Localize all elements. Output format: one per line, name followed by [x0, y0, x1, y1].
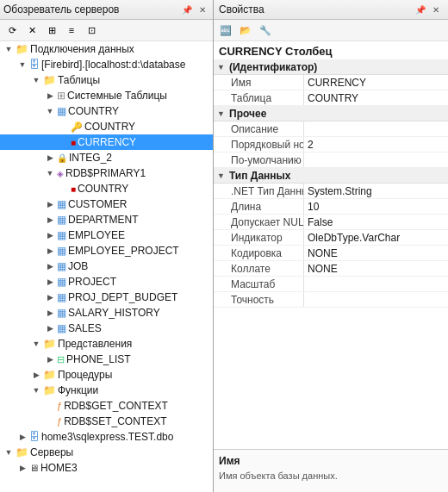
prop-desc-title: Имя — [219, 455, 443, 467]
prop-row-name: Имя — [214, 75, 304, 90]
prop-row-value: 10 — [304, 199, 448, 214]
refresh-button[interactable]: ⟳ — [3, 22, 21, 39]
tree-container[interactable]: ▼📁Подключения данных▼🗄[Firebird].[localh… — [0, 41, 213, 492]
prop-row-name: Масштаб — [214, 277, 304, 291]
prop-row[interactable]: .NET Тип ДанныхSystem.String — [214, 184, 448, 199]
tree-item-label: Таблицы — [56, 74, 100, 86]
prop-row-value: OleDbType.VarChar — [304, 230, 448, 245]
tree-item-integ2[interactable]: ▶🔒INTEG_2 — [0, 150, 213, 165]
tree-item-label: JOB — [66, 260, 88, 272]
prop-row-value: System.String — [304, 184, 448, 198]
left-toolbar: ⟳ ✕ ⊞ ≡ ⊡ — [0, 20, 213, 41]
tree-item-salary[interactable]: ▶▦SALARY_HISTORY — [0, 305, 213, 321]
prop-row[interactable]: Точность — [214, 292, 448, 308]
tree-item-label: INTEG_2 — [67, 152, 112, 164]
prop-row[interactable]: Порядковый номе2 — [214, 137, 448, 153]
left-panel-title: Обозреватель серверов — [3, 3, 119, 16]
tree-item-sys-tables[interactable]: ▶⊞Системные Таблицы — [0, 88, 213, 103]
close-button[interactable]: ✕ — [196, 3, 209, 16]
prop-row-name: Кодировка — [214, 246, 304, 260]
tree-item-label: DEPARTMENT — [66, 214, 139, 226]
prop-title: CURRENCY Столбец — [214, 41, 448, 59]
section-expand-icon: ▼ — [217, 109, 229, 118]
tree-item-label: CURRENCY — [76, 136, 136, 148]
tree-item-proj-dept[interactable]: ▶▦PROJ_DEPT_BUDGET — [0, 290, 213, 305]
tree-item-employee[interactable]: ▶▦EMPLOYEE — [0, 227, 213, 243]
tree-item-project[interactable]: ▶▦PROJECT — [0, 274, 213, 290]
tree-item-label: home3\sqlexpress.TEST.dbo — [40, 431, 173, 443]
tree-item-procs-group[interactable]: ▶📁Процедуры — [0, 367, 213, 383]
right-panel: Свойства 📌 ✕ 🔤 📂 🔧 CURRENCY Столбец ▼(Ид… — [214, 0, 448, 492]
prop-row-name: Порядковый номе — [214, 137, 304, 152]
prop-row-value: NONE — [304, 246, 448, 260]
right-panel-controls: 📌 ✕ — [414, 3, 443, 16]
prop-row-value — [304, 277, 448, 291]
tree-item-tables-group[interactable]: ▼📁Таблицы — [0, 72, 213, 88]
tree-item-label: PHONE_LIST — [65, 353, 131, 365]
tree-item-home3-db[interactable]: ▶🗄home3\sqlexpress.TEST.dbo — [0, 429, 213, 445]
tree-item-currency-field[interactable]: ■CURRENCY — [0, 134, 213, 150]
prop-section-datatype: ▼Тип Данных.NET Тип ДанныхSystem.StringД… — [214, 168, 448, 308]
prop-section-header-identifier[interactable]: ▼(Идентификатор) — [214, 59, 448, 75]
section-expand-icon: ▼ — [217, 171, 229, 180]
right-panel-title: Свойства — [219, 3, 264, 16]
section-title: Тип Данных — [229, 170, 290, 182]
prop-row[interactable]: Допускает NULL 3False — [214, 215, 448, 230]
prop-row[interactable]: По-умолчанию — [214, 153, 448, 168]
tree-item-home3-server[interactable]: ▶🖥HOME3 — [0, 460, 213, 476]
stop-button[interactable]: ✕ — [23, 22, 40, 39]
tree-item-views-group[interactable]: ▼📁Представления — [0, 336, 213, 352]
tree-item-phone-list[interactable]: ▶⊟PHONE_LIST — [0, 352, 213, 367]
prop-row[interactable]: КоллатеNONE — [214, 261, 448, 277]
pin-button[interactable]: 📌 — [180, 3, 194, 16]
right-pin-button[interactable]: 📌 — [414, 3, 427, 16]
prop-row-name: Описание — [214, 121, 304, 136]
prop-row-name: Точность — [214, 292, 304, 307]
expand-all-button[interactable]: ⊡ — [83, 22, 100, 39]
props-button[interactable]: 🔧 — [257, 22, 274, 39]
tree-item-department[interactable]: ▶▦DEPARTMENT — [0, 212, 213, 227]
prop-row[interactable]: Описание — [214, 121, 448, 137]
tree-item-servers-group[interactable]: ▼📁Серверы — [0, 445, 213, 460]
prop-row-value — [304, 153, 448, 167]
tree-item-rdbsprimary1[interactable]: ▼◈RDB$PRIMARY1 — [0, 165, 213, 181]
right-close-button[interactable]: ✕ — [429, 3, 443, 16]
tree-item-label: Процедуры — [56, 369, 112, 381]
section-expand-icon: ▼ — [217, 63, 229, 72]
tree-item-label: [Firebird].[localhost:d:\database — [40, 59, 185, 71]
prop-section-header-datatype[interactable]: ▼Тип Данных — [214, 168, 448, 184]
tree-item-label: Представления — [56, 338, 132, 350]
prop-row-name: По-умолчанию — [214, 153, 304, 167]
sort-alpha-button[interactable]: 🔤 — [217, 22, 234, 39]
prop-description: Имя Имя объекта базы данных. — [214, 449, 448, 492]
tree-item-label: EMPLOYEE — [66, 229, 125, 241]
prop-row-name: .NET Тип Данных — [214, 184, 304, 198]
tree-item-rdb-country[interactable]: ■COUNTRY — [0, 181, 213, 196]
tree-item-country-group[interactable]: ▼▦COUNTRY — [0, 103, 213, 119]
tree-item-job[interactable]: ▶▦JOB — [0, 258, 213, 274]
tree-item-label: Системные Таблицы — [65, 90, 167, 102]
prop-row[interactable]: ИндикаторOleDbType.VarChar — [214, 230, 448, 246]
prop-row[interactable]: КодировкаNONE — [214, 246, 448, 261]
prop-row[interactable]: Длина10 — [214, 199, 448, 215]
tree-item-sales[interactable]: ▶▦SALES — [0, 321, 213, 336]
prop-row[interactable]: ИмяCURRENCY — [214, 75, 448, 90]
tree-item-customer[interactable]: ▶▦CUSTOMER — [0, 196, 213, 212]
prop-row-name: Коллате — [214, 261, 304, 276]
tree-item-rdb-get[interactable]: ƒRDB$GET_CONTEXT — [0, 398, 213, 414]
tree-item-connections[interactable]: ▼📁Подключения данных — [0, 41, 213, 57]
prop-row[interactable]: Масштаб — [214, 277, 448, 292]
connect-button[interactable]: ⊞ — [43, 22, 60, 39]
tree-item-rdb-set[interactable]: ƒRDB$SET_CONTEXT — [0, 414, 213, 429]
sort-cat-button[interactable]: 📂 — [237, 22, 254, 39]
tree-item-label: COUNTRY — [66, 105, 119, 117]
prop-section-header-other[interactable]: ▼Прочее — [214, 106, 448, 121]
tree-item-funcs-group[interactable]: ▼📁Функции — [0, 383, 213, 398]
tree-item-employee-project[interactable]: ▶▦EMPLOYEE_PROJECT — [0, 243, 213, 258]
prop-row-value — [304, 121, 448, 136]
filter-button[interactable]: ≡ — [63, 22, 80, 39]
prop-row-name: Допускает NULL 3 — [214, 215, 304, 229]
tree-item-firebird[interactable]: ▼🗄[Firebird].[localhost:d:\database — [0, 57, 213, 72]
tree-item-country-field[interactable]: 🔑COUNTRY — [0, 119, 213, 134]
prop-row[interactable]: ТаблицаCOUNTRY — [214, 90, 448, 106]
